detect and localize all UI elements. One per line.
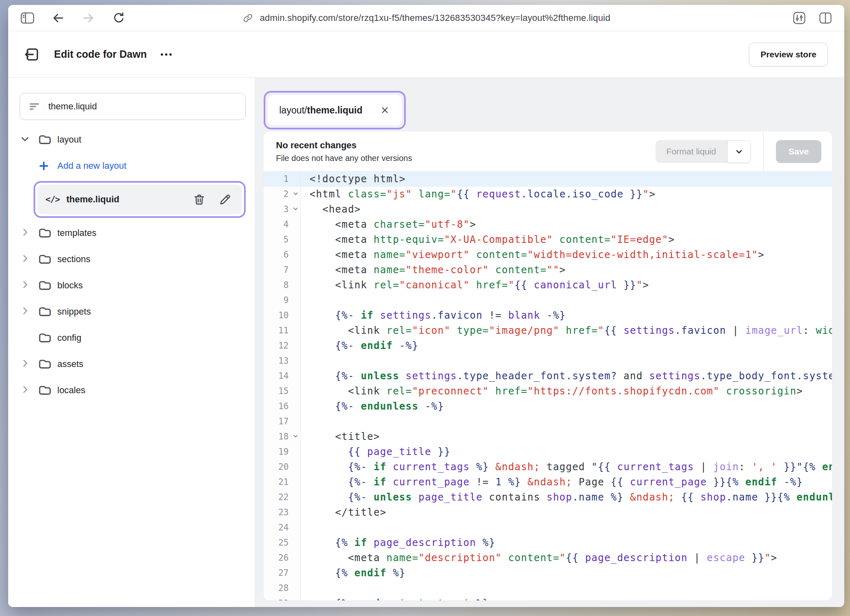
code-line[interactable]: 11 <link rel="icon" type="image/png" hre… bbox=[264, 323, 832, 338]
line-number: 17 bbox=[264, 414, 301, 429]
sidebar-item-blocks[interactable]: blocks bbox=[20, 272, 246, 299]
chevron-down-icon bbox=[20, 134, 30, 146]
code-line[interactable]: 15 <link rel="preconnect" href="https://… bbox=[264, 384, 832, 399]
fold-chevron-icon[interactable] bbox=[292, 206, 299, 212]
add-new-layout-button[interactable]: Add a new layout bbox=[20, 153, 246, 179]
code-line[interactable]: 18 <title> bbox=[264, 429, 832, 444]
code-editor[interactable]: 1 <!doctype html> 2 <html class="js" lan… bbox=[264, 172, 832, 600]
line-number: 14 bbox=[264, 369, 301, 384]
more-actions-icon[interactable] bbox=[159, 47, 174, 62]
reload-icon[interactable] bbox=[112, 11, 125, 25]
file-sidebar: layout Add a new layout </> theme.liquid… bbox=[8, 78, 255, 607]
filter-icon bbox=[28, 100, 41, 113]
sidebar-item-assets[interactable]: assets bbox=[20, 351, 246, 377]
preview-store-button[interactable]: Preview store bbox=[749, 43, 828, 66]
line-number: 11 bbox=[264, 323, 301, 338]
header-divider bbox=[763, 131, 764, 171]
code-line[interactable]: 6 <meta name="viewport" content="width=d… bbox=[264, 247, 832, 263]
close-tab-icon[interactable] bbox=[380, 105, 390, 116]
line-number: 5 bbox=[264, 232, 301, 247]
code-line[interactable]: 7 <meta name="theme-color" content=""> bbox=[264, 263, 832, 278]
selected-file-highlight: </> theme.liquid bbox=[34, 181, 246, 218]
code-line[interactable]: 27 {% endif %} bbox=[264, 566, 832, 581]
sidebar-item-templates[interactable]: templates bbox=[20, 220, 246, 246]
tab-theme-liquid[interactable]: layout/theme.liquid bbox=[268, 95, 402, 125]
code-line[interactable]: 29 {% render 'meta-tags' %} bbox=[264, 596, 832, 600]
code-line[interactable]: 21 {%- if current_page != 1 %} &ndash; P… bbox=[264, 475, 832, 490]
code-line[interactable]: 23 </title> bbox=[264, 505, 832, 520]
tab-file-name: theme.liquid bbox=[307, 105, 362, 116]
code-line[interactable]: 13 bbox=[264, 353, 832, 369]
code-line[interactable]: 17 bbox=[264, 414, 832, 429]
code-line[interactable]: 8 <link rel="canonical" href="{{ canonic… bbox=[264, 278, 832, 293]
fold-chevron-icon[interactable] bbox=[292, 433, 299, 439]
chevron-right-icon bbox=[20, 227, 30, 239]
line-number: 8 bbox=[264, 278, 301, 293]
code-line[interactable]: 28 bbox=[264, 581, 832, 596]
fold-chevron-icon[interactable] bbox=[292, 190, 299, 197]
sidebar-item-theme-liquid[interactable]: </> theme.liquid bbox=[37, 185, 242, 214]
line-number: 13 bbox=[264, 353, 301, 369]
line-number: 29 bbox=[264, 596, 301, 600]
exit-editor-icon[interactable] bbox=[24, 46, 41, 63]
code-line[interactable]: 22 {%- unless page_title contains shop.n… bbox=[264, 490, 832, 505]
rename-file-icon[interactable] bbox=[219, 193, 231, 206]
line-number: 25 bbox=[264, 535, 301, 550]
sidebar-item-locales[interactable]: locales bbox=[20, 377, 246, 403]
tab-path-prefix: layout/ bbox=[279, 105, 307, 116]
app-header: Edit code for Dawn Preview store bbox=[8, 31, 844, 78]
page-settings-icon[interactable] bbox=[793, 11, 806, 25]
code-line[interactable]: 2 <html class="js" lang="{{ request.loca… bbox=[264, 187, 832, 202]
sidebar-item-sections[interactable]: sections bbox=[20, 246, 246, 272]
code-line[interactable]: 4 <meta charset="utf-8"> bbox=[264, 217, 832, 232]
format-options-caret[interactable] bbox=[727, 140, 751, 163]
line-number: 28 bbox=[264, 581, 301, 596]
code-line[interactable]: 26 <meta name="description" content="{{ … bbox=[264, 550, 832, 566]
format-liquid-button[interactable]: Format liquid bbox=[656, 140, 727, 163]
editor-card: No recent changes File does not have any… bbox=[264, 131, 832, 600]
code-line[interactable]: 24 bbox=[264, 520, 832, 535]
chevron-right-icon bbox=[20, 306, 30, 318]
folder-icon bbox=[38, 305, 55, 319]
code-line[interactable]: 20 {%- if current_tags %} &ndash; tagged… bbox=[264, 460, 832, 475]
folder-icon bbox=[38, 133, 55, 147]
line-number: 19 bbox=[264, 444, 301, 460]
split-view-icon[interactable] bbox=[819, 12, 832, 24]
forward-icon[interactable] bbox=[82, 11, 95, 25]
sidebar-item-config[interactable]: config bbox=[20, 325, 246, 351]
folder-icon bbox=[38, 357, 55, 371]
code-line[interactable]: 16 {%- endunless -%} bbox=[264, 399, 832, 414]
line-number: 6 bbox=[264, 247, 301, 263]
address-bar[interactable]: admin.shopify.com/store/rzq1xu-f5/themes… bbox=[242, 5, 610, 31]
file-filter-box[interactable] bbox=[20, 93, 246, 120]
line-number: 3 bbox=[264, 202, 301, 217]
save-button[interactable]: Save bbox=[776, 140, 821, 163]
folder-icon bbox=[38, 331, 55, 345]
line-number: 23 bbox=[264, 505, 301, 520]
code-line[interactable]: 19 {{ page_title }} bbox=[264, 444, 832, 460]
folder-icon bbox=[38, 252, 55, 266]
desktop-wallpaper: admin.shopify.com/store/rzq1xu-f5/themes… bbox=[0, 0, 850, 616]
delete-file-icon[interactable] bbox=[193, 193, 206, 206]
line-number: 20 bbox=[264, 460, 301, 475]
code-line[interactable]: 1 <!doctype html> bbox=[264, 172, 832, 187]
browser-window: admin.shopify.com/store/rzq1xu-f5/themes… bbox=[8, 5, 844, 607]
line-number: 27 bbox=[264, 566, 301, 581]
code-line[interactable]: 25 {% if page_description %} bbox=[264, 535, 832, 550]
code-line[interactable]: 9 bbox=[264, 293, 832, 308]
line-number: 22 bbox=[264, 490, 301, 505]
file-filter-input[interactable] bbox=[47, 101, 237, 112]
sidebar-item-snippets[interactable]: snippets bbox=[20, 299, 246, 325]
sidebar-toggle-icon[interactable] bbox=[20, 12, 34, 24]
code-line[interactable]: 5 <meta http-equiv="X-UA-Compatible" con… bbox=[264, 232, 832, 247]
code-line[interactable]: 12 {%- endif -%} bbox=[264, 338, 832, 353]
line-number: 2 bbox=[264, 187, 301, 202]
version-title: No recent changes bbox=[276, 140, 412, 151]
folder-icon bbox=[38, 383, 55, 397]
sidebar-item-layout[interactable]: layout bbox=[20, 127, 246, 153]
code-line[interactable]: 3 <head> bbox=[264, 202, 832, 217]
code-line[interactable]: 14 {%- unless settings.type_header_font.… bbox=[264, 369, 832, 384]
back-icon[interactable] bbox=[52, 11, 65, 25]
code-line[interactable]: 10 {%- if settings.favicon != blank -%} bbox=[264, 308, 832, 323]
line-number: 10 bbox=[264, 308, 301, 323]
